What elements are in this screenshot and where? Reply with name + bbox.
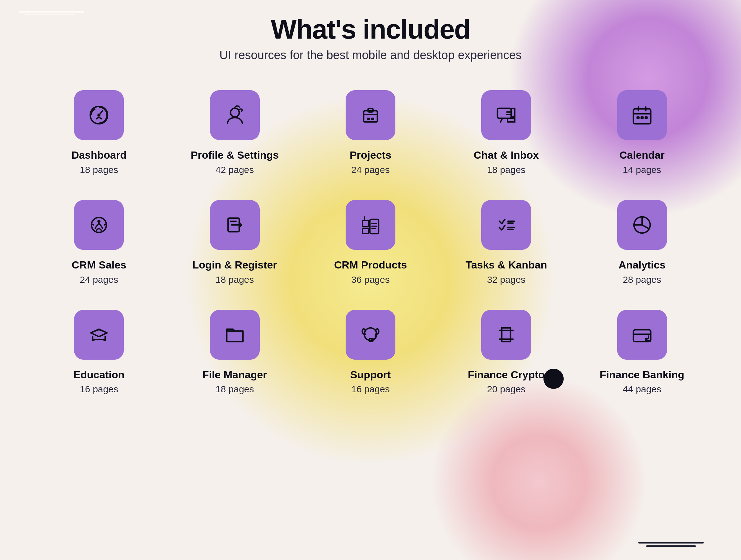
items-grid: Dashboard18 pages Profile & Settings42 p…: [0, 90, 741, 395]
item-label-support: Support: [350, 368, 391, 381]
grid-item-file-manager[interactable]: File Manager18 pages: [167, 310, 302, 395]
item-pages-dashboard: 18 pages: [80, 164, 118, 175]
svg-rect-17: [362, 229, 368, 234]
icon-box-file-manager: [210, 310, 260, 360]
grid-item-projects[interactable]: Projects24 pages: [303, 90, 438, 175]
svg-rect-7: [371, 118, 374, 120]
grid-item-profile-settings[interactable]: Profile & Settings42 pages: [167, 90, 302, 175]
svg-rect-12: [645, 116, 648, 119]
item-pages-analytics: 28 pages: [623, 274, 661, 285]
grid-item-analytics[interactable]: Analytics28 pages: [574, 200, 710, 285]
grid-item-finance-banking[interactable]: Finance Banking44 pages: [574, 310, 710, 395]
footer-bar-line-1: [638, 542, 704, 544]
item-label-calendar: Calendar: [619, 149, 665, 161]
item-pages-calendar: 14 pages: [623, 164, 661, 175]
item-pages-education: 16 pages: [80, 384, 118, 395]
header-bar-line-2: [25, 14, 75, 14]
item-pages-projects: 24 pages: [351, 164, 390, 175]
item-pages-crm-products: 36 pages: [351, 274, 390, 285]
header-decoration: [19, 12, 84, 14]
icon-box-support: [346, 310, 395, 360]
item-pages-login-register: 18 pages: [216, 274, 254, 285]
item-pages-tasks-kanban: 32 pages: [487, 274, 525, 285]
item-label-analytics: Analytics: [618, 259, 665, 271]
item-pages-chat-inbox: 18 pages: [487, 164, 525, 175]
icon-box-calendar: [617, 90, 667, 140]
icon-box-profile-settings: [210, 90, 260, 140]
grid-row-0: Dashboard18 pages Profile & Settings42 p…: [31, 90, 710, 175]
page-subtitle: UI resources for the best mobile and des…: [0, 49, 741, 62]
svg-rect-16: [362, 221, 368, 227]
svg-rect-8: [497, 108, 511, 118]
grid-item-dashboard[interactable]: Dashboard18 pages: [31, 90, 167, 175]
item-label-profile-settings: Profile & Settings: [191, 149, 279, 161]
svg-rect-6: [367, 118, 370, 120]
icon-box-finance-crypto: [481, 310, 531, 360]
item-label-projects: Projects: [350, 149, 391, 161]
icon-box-crm-products: [346, 200, 395, 250]
footer-decoration: [638, 542, 704, 547]
grid-item-crm-products[interactable]: CRM Products36 pages: [303, 200, 438, 285]
grid-item-chat-inbox[interactable]: Chat & Inbox18 pages: [438, 90, 574, 175]
grid-item-login-register[interactable]: Login & Register18 pages: [167, 200, 302, 285]
grid-row-2: Education16 pages File Manager18 pages S…: [31, 310, 710, 395]
svg-point-3: [230, 108, 239, 117]
grid-item-calendar[interactable]: Calendar14 pages: [574, 90, 710, 175]
icon-box-crm-sales: [74, 200, 124, 250]
item-pages-crm-sales: 24 pages: [80, 274, 118, 285]
icon-box-projects: [346, 90, 395, 140]
icon-box-tasks-kanban: [481, 200, 531, 250]
item-label-education: Education: [73, 368, 124, 381]
svg-rect-11: [641, 116, 644, 119]
icon-box-analytics: [617, 200, 667, 250]
item-pages-finance-crypto: 20 pages: [487, 384, 525, 395]
item-pages-support: 16 pages: [351, 384, 390, 395]
grid-item-finance-crypto[interactable]: Finance Crypto20 pages: [438, 310, 574, 395]
item-label-finance-crypto: Finance Crypto: [468, 368, 545, 381]
item-label-crm-sales: CRM Sales: [72, 259, 126, 271]
item-label-tasks-kanban: Tasks & Kanban: [465, 259, 547, 271]
item-pages-finance-banking: 44 pages: [623, 384, 661, 395]
icon-box-education: [74, 310, 124, 360]
grid-item-support[interactable]: Support16 pages: [303, 310, 438, 395]
svg-rect-10: [636, 116, 639, 119]
item-label-file-manager: File Manager: [203, 368, 267, 381]
item-label-crm-products: CRM Products: [334, 259, 407, 271]
grid-row-1: CRM Sales24 pages Login & Register18 pag…: [31, 200, 710, 285]
item-label-finance-banking: Finance Banking: [600, 368, 684, 381]
icon-box-finance-banking: [617, 310, 667, 360]
grid-item-tasks-kanban[interactable]: Tasks & Kanban32 pages: [438, 200, 574, 285]
page-title-section: What's included UI resources for the bes…: [0, 15, 741, 62]
footer-bar-line-2: [646, 545, 696, 547]
page-title: What's included: [0, 15, 741, 43]
svg-line-2: [99, 111, 103, 115]
bg-blob-pink-bottom: [430, 373, 648, 560]
item-label-chat-inbox: Chat & Inbox: [474, 149, 539, 161]
grid-item-education[interactable]: Education16 pages: [31, 310, 167, 395]
item-pages-profile-settings: 42 pages: [216, 164, 254, 175]
item-pages-file-manager: 18 pages: [216, 384, 254, 395]
item-label-dashboard: Dashboard: [71, 149, 127, 161]
icon-box-login-register: [210, 200, 260, 250]
svg-point-14: [97, 220, 100, 223]
icon-box-chat-inbox: [481, 90, 531, 140]
icon-box-dashboard: [74, 90, 124, 140]
item-label-login-register: Login & Register: [193, 259, 277, 271]
grid-item-crm-sales[interactable]: CRM Sales24 pages: [31, 200, 167, 285]
header-bar-line-1: [19, 12, 84, 12]
